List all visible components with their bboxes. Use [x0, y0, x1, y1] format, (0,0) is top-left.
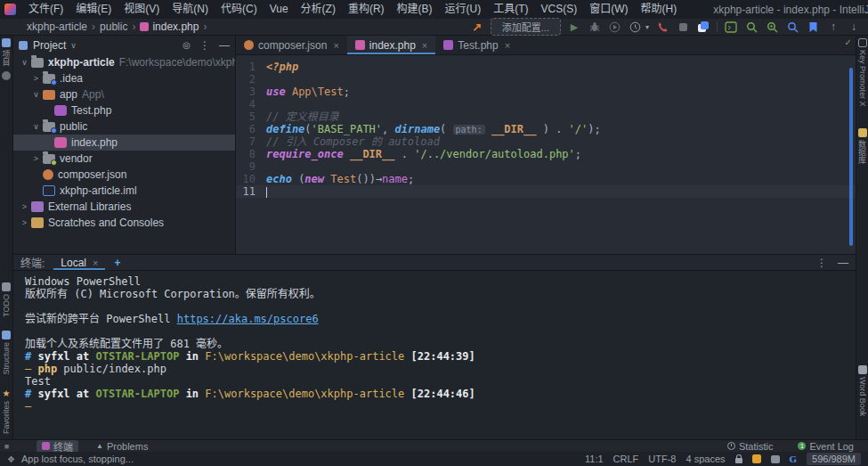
event-log-button[interactable]: 1 Event Log	[792, 440, 859, 453]
code-line-7[interactable]: 7// 引入 Composer 的 autoload	[236, 135, 856, 148]
new-terminal-button[interactable]: +	[105, 257, 129, 269]
tree-chevron-icon[interactable]: >	[30, 74, 42, 83]
stop-button[interactable]	[676, 20, 690, 34]
menu-build[interactable]: 构建(B)	[391, 0, 439, 19]
code-line-10[interactable]: 10echo (new Test())→name;	[236, 173, 856, 185]
options-kebab-icon[interactable]: ⋮	[199, 39, 210, 52]
tree-chevron-icon[interactable]: >	[19, 218, 30, 227]
close-tab-icon[interactable]: ×	[333, 40, 338, 51]
search-replace-button[interactable]	[765, 20, 779, 34]
tree-item-external-libraries[interactable]: >External Libraries	[13, 199, 235, 215]
run-with-coverage-button[interactable]	[629, 20, 643, 34]
breadcrumb-public[interactable]: public	[100, 20, 127, 33]
close-tab-icon[interactable]: ×	[505, 40, 510, 51]
line-separator[interactable]: CRLF	[613, 454, 639, 464]
code-line-8[interactable]: 8require_once __DIR__ . '/../vendor/auto…	[236, 148, 856, 160]
toolwindow-todo-button[interactable]: TODO	[2, 282, 11, 317]
search-everywhere-button[interactable]	[744, 20, 758, 34]
tab-test-php[interactable]: Test.php ×	[435, 36, 518, 54]
menu-analyze[interactable]: 分析(Z)	[295, 0, 342, 19]
tree-chevron-icon[interactable]: >	[19, 202, 30, 211]
toolwindow-key-promoter-button[interactable]: Key Promoter X	[858, 38, 867, 107]
menu-vue[interactable]: Vue	[264, 0, 295, 19]
run-configuration-selector[interactable]: 添加配置...	[491, 18, 561, 36]
menu-tools[interactable]: 工具(T)	[487, 0, 534, 19]
readonly-lock-icon[interactable]	[735, 458, 742, 463]
previous-occurrence-button[interactable]: ↑	[826, 20, 840, 34]
tree-chevron-icon[interactable]: ∨	[30, 90, 42, 99]
hide-panel-icon[interactable]: —	[219, 39, 230, 52]
commit-toolwindow-icon[interactable]	[2, 71, 11, 80]
code-line-4[interactable]: 4	[236, 98, 856, 110]
caret-position[interactable]: 11:1	[585, 454, 604, 464]
toolwindow-wordbook-button[interactable]: Word Book	[858, 365, 867, 416]
tree-item-scratches-and-consoles[interactable]: >Scratches and Consoles	[13, 215, 235, 231]
tree-item-index-php[interactable]: index.php	[13, 135, 235, 151]
translation-plugin-icon[interactable]	[752, 454, 761, 463]
google-translate-icon[interactable]: G	[790, 454, 798, 464]
code-line-9[interactable]: 9	[236, 160, 856, 173]
tree-item-composer-json[interactable]: composer.json	[13, 167, 235, 183]
toolwindow-favorites-button[interactable]: ★ Favorites	[2, 389, 11, 434]
chevron-down-icon[interactable]: ∨	[70, 41, 77, 50]
breadcrumb-file[interactable]: index.php	[152, 20, 199, 33]
menu-navigate[interactable]: 导航(N)	[166, 0, 215, 19]
editor-scrollbar[interactable]	[849, 68, 853, 246]
code-line-3[interactable]: 3use App\Test;	[236, 86, 856, 98]
translate-button[interactable]	[696, 20, 710, 34]
menu-window[interactable]: 窗口(W)	[583, 0, 634, 19]
tree-item-test-php[interactable]: Test.php	[13, 102, 235, 119]
tree-item-public[interactable]: ∨public	[13, 119, 235, 135]
console-button[interactable]	[724, 20, 738, 34]
menu-vcs[interactable]: VCS(S)	[535, 0, 584, 19]
hide-panel-icon[interactable]: —	[838, 257, 848, 269]
menu-run[interactable]: 运行(U)	[439, 0, 488, 19]
close-tab-icon[interactable]: ×	[422, 40, 427, 51]
close-tab-icon[interactable]: ×	[93, 258, 98, 268]
menu-help[interactable]: 帮助(H)	[635, 0, 684, 19]
attach-debugger-button[interactable]	[655, 20, 669, 34]
tree-item-xkphp-article[interactable]: ∨xkphp-articleF:\workspace\demo\xkphp-ar…	[13, 54, 235, 70]
chevron-down-icon[interactable]: ▾	[645, 23, 649, 31]
code-editor[interactable]: 1<?php23use App\Test;45// 定义根目录6define('…	[236, 55, 856, 254]
statistic-button[interactable]: Statistic	[722, 440, 779, 453]
toolwindow-terminal-button[interactable]: 终端	[37, 440, 78, 453]
toolwindow-database-button[interactable]: 数据库	[856, 128, 868, 164]
bookmarks-button[interactable]	[806, 20, 820, 34]
code-line-2[interactable]: 2	[236, 73, 856, 86]
tree-item--idea[interactable]: >.idea	[13, 70, 235, 86]
tab-index-php[interactable]: index.php ×	[347, 36, 435, 54]
file-encoding[interactable]: UTF-8	[648, 454, 676, 464]
breadcrumb-project[interactable]: xkphp-article	[27, 20, 87, 33]
inspections-ok-icon[interactable]: ✓	[845, 37, 852, 47]
menu-edit[interactable]: 编辑(E)	[69, 0, 118, 19]
indent-setting[interactable]: 4 spaces	[685, 454, 725, 464]
tree-item-vendor[interactable]: >vendor	[13, 151, 235, 167]
menu-refactor[interactable]: 重构(R)	[342, 0, 391, 19]
next-occurrence-button[interactable]: ↓	[847, 20, 861, 34]
code-line-6[interactable]: 6define('BASE_PATH', dirname( path: __DI…	[236, 123, 856, 135]
code-line-5[interactable]: 5// 定义根目录	[236, 110, 856, 123]
terminal-output[interactable]: Windows PowerShell版权所有 (C) Microsoft Cor…	[13, 271, 856, 439]
assistant-plugin-icon[interactable]	[771, 455, 780, 463]
code-line-11[interactable]: 11	[236, 185, 856, 198]
tree-chevron-icon[interactable]: ∨	[30, 122, 42, 131]
tree-chevron-icon[interactable]: >	[30, 154, 42, 163]
profiler-arrow-icon[interactable]: ↗	[470, 20, 484, 34]
toolwindow-toggle-icon[interactable]: ■	[0, 442, 13, 451]
profile-button[interactable]	[608, 20, 622, 34]
menu-code[interactable]: 代码(C)	[215, 0, 264, 19]
tree-item-app[interactable]: ∨appApp\	[13, 86, 235, 102]
terminal-tab-local[interactable]: Local ×	[53, 255, 105, 270]
run-button[interactable]: ▶	[567, 20, 581, 34]
terminal-link[interactable]: https://aka.ms/pscore6	[177, 313, 319, 325]
tree-item-xkphp-article-iml[interactable]: xkphp-article.iml	[13, 183, 235, 199]
memory-indicator[interactable]: 596/989M	[807, 453, 861, 465]
toolwindow-problems-button[interactable]: ▲ Problems	[91, 440, 153, 453]
tab-composer-json[interactable]: composer.json ×	[236, 36, 347, 54]
menu-file[interactable]: 文件(F)	[22, 0, 69, 19]
code-line-1[interactable]: 1<?php	[236, 61, 856, 73]
menu-view[interactable]: 视图(V)	[118, 0, 166, 19]
tree-chevron-icon[interactable]: ∨	[19, 58, 30, 67]
find-in-files-button[interactable]	[785, 20, 799, 34]
